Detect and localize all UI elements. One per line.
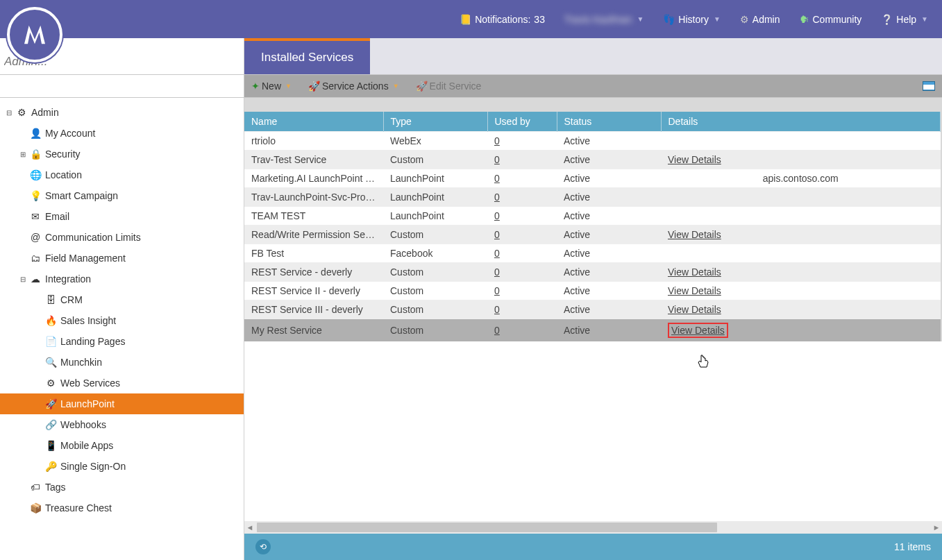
table-row[interactable]: My Rest ServiceCustom0ActiveView Details bbox=[244, 319, 941, 342]
cell-type: Custom bbox=[383, 151, 487, 169]
table-row[interactable]: Trav-Test ServiceCustom0ActiveView Detai… bbox=[244, 151, 941, 169]
sidebar-item-field-management[interactable]: 🗂Field Management bbox=[0, 248, 244, 269]
cell-type: LaunchPoint bbox=[383, 207, 487, 226]
sidebar-item-my-account[interactable]: 👤My Account bbox=[0, 123, 244, 144]
sidebar-item-landing-pages[interactable]: 📄Landing Pages bbox=[0, 331, 244, 352]
marketo-logo[interactable] bbox=[7, 7, 62, 62]
used-by-link[interactable]: 0 bbox=[494, 173, 500, 184]
service-actions-button[interactable]: 🚀 Service Actions ▼ bbox=[308, 80, 399, 92]
table-row[interactable]: FB TestFacebook0Active bbox=[244, 244, 941, 263]
used-by-link[interactable]: 0 bbox=[494, 229, 500, 240]
cell-used: 0 bbox=[487, 132, 557, 151]
view-details-link[interactable]: View Details bbox=[668, 229, 721, 240]
collapse-icon[interactable]: ⊟ bbox=[6, 109, 12, 117]
admin-link[interactable]: ⚙ Admin bbox=[740, 14, 780, 25]
item-count: 11 items bbox=[894, 541, 931, 552]
sidebar-item-email[interactable]: ✉Email bbox=[0, 206, 244, 227]
sidebar-item-integration[interactable]: ⊟☁Integration bbox=[0, 269, 244, 289]
col-type[interactable]: Type bbox=[383, 112, 487, 132]
view-details-link[interactable]: View Details bbox=[668, 266, 721, 278]
col-used[interactable]: Used by bbox=[487, 112, 557, 132]
gear-icon: ⚙ bbox=[740, 14, 749, 25]
cell-status: Active bbox=[557, 226, 661, 244]
scroll-left-icon[interactable]: ◄ bbox=[244, 523, 255, 532]
used-by-link[interactable]: 0 bbox=[494, 266, 500, 278]
mobile-apps-icon: 📱 bbox=[44, 440, 57, 451]
sales-insight-icon: 🔥 bbox=[44, 315, 57, 326]
table-row[interactable]: REST Service II - deverlyCustom0ActiveVi… bbox=[244, 282, 941, 300]
cell-type: LaunchPoint bbox=[383, 188, 487, 207]
cell-used: 0 bbox=[487, 244, 557, 263]
used-by-link[interactable]: 0 bbox=[494, 192, 500, 203]
sidebar-item-label: Email bbox=[45, 211, 69, 222]
edit-service-button[interactable]: 🚀 Edit Service bbox=[416, 80, 482, 92]
used-by-link[interactable]: 0 bbox=[494, 154, 500, 165]
table-row[interactable]: Trav-LaunchPoint-Svc-Prog-I...LaunchPoin… bbox=[244, 188, 941, 207]
cell-status: Active bbox=[557, 244, 661, 263]
sidebar-item-web-services[interactable]: ⚙Web Services bbox=[0, 373, 244, 393]
sidebar-item-crm[interactable]: 🗄CRM bbox=[0, 289, 244, 310]
cell-used: 0 bbox=[487, 188, 557, 207]
sidebar-item-location[interactable]: 🌐Location bbox=[0, 164, 244, 185]
logo-wrap bbox=[0, 0, 76, 38]
help-link[interactable]: ❔ Help ▼ bbox=[881, 14, 928, 25]
sidebar-item-label: Single Sign-On bbox=[60, 461, 126, 472]
cell-status: Active bbox=[557, 282, 661, 300]
used-by-link[interactable]: 0 bbox=[494, 285, 500, 296]
sidebar-item-admin-root[interactable]: ⊟ ⚙ Admin bbox=[0, 102, 244, 123]
notifications-link[interactable]: 📒 Notifications: 33 bbox=[460, 14, 545, 25]
table-row[interactable]: Marketing.AI LaunchPoint Te...LaunchPoin… bbox=[244, 169, 941, 188]
used-by-link[interactable]: 0 bbox=[494, 304, 500, 315]
col-name[interactable]: Name bbox=[244, 112, 383, 132]
table-row[interactable]: REST Service III - deverlyCustom0ActiveV… bbox=[244, 300, 941, 319]
refresh-button[interactable]: ⟲ bbox=[255, 539, 271, 554]
community-link[interactable]: 🗣 Community bbox=[800, 14, 862, 25]
view-details-link[interactable]: View Details bbox=[668, 304, 721, 315]
used-by-link[interactable]: 0 bbox=[494, 248, 500, 259]
col-details[interactable]: Details bbox=[661, 112, 941, 132]
tab-installed-services[interactable]: Installed Services bbox=[244, 38, 370, 74]
table-row[interactable]: TEAM TESTLaunchPoint0Active bbox=[244, 207, 941, 226]
admin-label: Admin bbox=[752, 14, 780, 25]
sidebar-item-sales-insight[interactable]: 🔥Sales Insight bbox=[0, 310, 244, 331]
view-details-link[interactable]: View Details bbox=[671, 325, 725, 336]
col-status[interactable]: Status bbox=[557, 112, 661, 132]
view-details-link[interactable]: View Details bbox=[668, 285, 721, 296]
sidebar-item-label: Munchkin bbox=[60, 357, 102, 368]
table-row[interactable]: Read/Write Permission Servi...Custom0Act… bbox=[244, 226, 941, 244]
gear-icon: ⚙ bbox=[15, 107, 28, 118]
sidebar-item-launchpoint[interactable]: 🚀LaunchPoint bbox=[0, 393, 244, 414]
grid-footer: ⟲ 11 items bbox=[244, 534, 942, 560]
sidebar-item-single-sign-on[interactable]: 🔑Single Sign-On bbox=[0, 456, 244, 477]
sidebar-item-security[interactable]: ⊞🔒Security bbox=[0, 144, 244, 164]
history-link[interactable]: 👣 History ▼ bbox=[663, 14, 720, 25]
location-icon: 🌐 bbox=[29, 169, 42, 180]
sidebar-item-communication-limits[interactable]: @Communication Limits bbox=[0, 227, 244, 248]
used-by-link[interactable]: 0 bbox=[494, 325, 500, 336]
user-menu[interactable]: Travis Kaufman ▼ bbox=[564, 14, 644, 25]
table-row[interactable]: rtrioloWebEx0Active bbox=[244, 132, 941, 151]
sidebar-item-webhooks[interactable]: 🔗Webhooks bbox=[0, 414, 244, 435]
tags-icon: 🏷 bbox=[29, 482, 42, 493]
view-details-link[interactable]: View Details bbox=[668, 154, 721, 165]
cell-name: REST Service - deverly bbox=[244, 263, 383, 282]
panel-toggle-icon[interactable] bbox=[923, 81, 935, 91]
cell-status: Active bbox=[557, 207, 661, 226]
expand-icon[interactable]: ⊞ bbox=[19, 151, 26, 158]
sidebar-item-smart-campaign[interactable]: 💡Smart Campaign bbox=[0, 185, 244, 206]
sidebar-item-munchkin[interactable]: 🔍Munchkin bbox=[0, 352, 244, 373]
horizontal-scrollbar[interactable]: ◄ ► bbox=[244, 521, 942, 534]
cell-details bbox=[661, 132, 941, 151]
sidebar-item-treasure-chest[interactable]: 📦Treasure Chest bbox=[0, 498, 244, 518]
used-by-link[interactable]: 0 bbox=[494, 135, 500, 146]
sidebar-item-mobile-apps[interactable]: 📱Mobile Apps bbox=[0, 435, 244, 456]
table-row[interactable]: REST Service - deverlyCustom0ActiveView … bbox=[244, 263, 941, 282]
used-by-link[interactable]: 0 bbox=[494, 210, 500, 221]
scroll-right-icon[interactable]: ► bbox=[931, 523, 942, 532]
cell-details: View Details bbox=[661, 282, 941, 300]
new-button[interactable]: ✦ New ▼ bbox=[251, 80, 292, 92]
expand-icon[interactable]: ⊟ bbox=[19, 275, 26, 283]
sidebar-item-tags[interactable]: 🏷Tags bbox=[0, 477, 244, 498]
scroll-thumb[interactable] bbox=[257, 523, 717, 532]
services-table: Name Type Used by Status Details rtriolo… bbox=[244, 112, 941, 341]
